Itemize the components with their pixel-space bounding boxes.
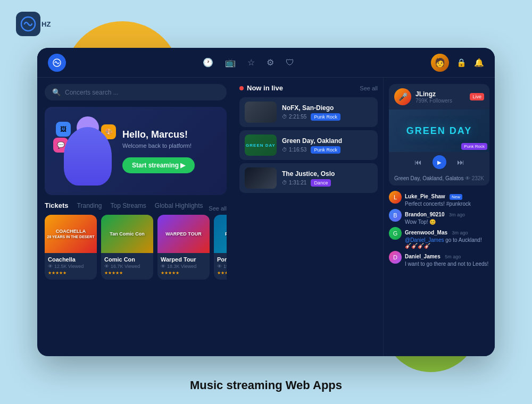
floating-icon-1: 🖼 [56, 122, 71, 137]
ticket-info-portfolio: Portfolio Day 👁 19.5K Viewed ★★★★★ [214, 253, 227, 280]
ticket-views-comiccon: 👁 16.7K Viewed [104, 264, 150, 269]
hero-figure-body [64, 127, 112, 186]
nav-settings-icon[interactable]: ⚙ [267, 57, 274, 68]
ticket-img-portfolio: Portfolio Day [214, 215, 227, 253]
nav-avatar[interactable]: 🧑 [431, 54, 449, 72]
chat-message-3: D Daniel_James 5m ago I want to go there… [389, 251, 489, 267]
app-container: 🕐 📺 ☆ ⚙ 🛡 🧑 🔒 🔔 🔍 Concerts search ... 🖼 [37, 48, 495, 356]
ticket-card-comiccon[interactable]: Tan Comic Con Comic Con 👁 16.7K Viewed ★… [101, 215, 153, 280]
live-info-justice: The Justice, Oslo ⏱ 1:31:21 Dance [282, 170, 372, 187]
hero-subtitle: Welcome back to platform! [122, 142, 218, 149]
stream-preview: GREEN DAY Punk Rock [389, 110, 489, 152]
ticket-card-warped[interactable]: WARPED TOUR Warped Tour 👁 18.3K Viewed ★… [157, 215, 210, 280]
tickets-see-all[interactable]: See all [209, 205, 227, 212]
ticket-warped-text: WARPED TOUR [163, 229, 203, 239]
stream-preview-text: GREEN DAY [406, 125, 472, 137]
views-icon: 👁 [48, 264, 53, 269]
ticket-info-coachella: Coachella 👁 12.5K Viewed ★★★★★ [45, 253, 97, 280]
ticket-card-portfolio[interactable]: Portfolio Day Portfolio Day 👁 19.5K View… [214, 215, 227, 280]
stream-title: Green Day, Oakland, Galatos [394, 175, 463, 181]
nav-tv-icon[interactable]: 📺 [225, 57, 236, 68]
search-bar[interactable]: 🔍 Concerts search ... [45, 84, 227, 100]
chat-text-0: Perfect concerts! #punkrock [405, 201, 489, 207]
live-item-nofx[interactable]: NoFX, San-Diego ⏱ 2:21:55 Punk Rock [239, 97, 378, 127]
chat-message-0: L Luke_Pie_Shaw New Perfect concerts! #p… [389, 191, 489, 207]
chat-text-3: I want to go there and not to Leeds! [405, 261, 489, 267]
chat-content-0: Luke_Pie_Shaw New Perfect concerts! #pun… [405, 191, 489, 207]
streamer-live-badge: Live [470, 93, 484, 100]
nav-logo [48, 54, 66, 72]
live-item-justice[interactable]: The Justice, Oslo ⏱ 1:31:21 Dance [239, 163, 378, 193]
clock-icon: ⏱ [282, 114, 287, 120]
live-dot [239, 86, 244, 90]
chat-content-2: Greenwood_Mas 3m ago @Daniel_James go to… [405, 227, 489, 249]
live-time-justice: ⏱ 1:31:21 [282, 180, 306, 186]
streamer-avatar: 🎤 [394, 88, 411, 105]
chat-username-3: Daniel_James [405, 254, 440, 259]
live-badge-greenday: Punk Rock [311, 146, 340, 154]
chat-avatar-1: B [389, 209, 402, 222]
nav-lock-icon[interactable]: 🔒 [456, 58, 467, 68]
chat-avatar-2: G [389, 227, 402, 240]
ticket-name-coachella: Coachella [48, 256, 94, 263]
search-placeholder: Concerts search ... [65, 89, 119, 96]
hero-banner: 🖼 💬 🎨 Hello, Marcus! Welcome back to pla… [45, 107, 227, 195]
start-streaming-button[interactable]: Start streaming ▶ [122, 157, 195, 173]
main-content: 🔍 Concerts search ... 🖼 💬 🎨 Hello, Marcu… [37, 78, 495, 356]
ticket-name-comiccon: Comic Con [104, 256, 150, 263]
now-live-text: Now in live [247, 84, 283, 92]
tab-tickets[interactable]: Tickets [45, 201, 69, 209]
chat-username-2: Greenwood_Mas [405, 230, 447, 235]
now-live-header: Now in live See all [239, 84, 378, 92]
live-meta-nofx: ⏱ 2:21:55 Punk Rock [282, 113, 372, 121]
live-time-nofx: ⏱ 2:21:55 [282, 114, 306, 120]
clock-icon: ⏱ [282, 180, 287, 186]
search-icon: 🔍 [52, 88, 61, 96]
live-badge-nofx: Punk Rock [311, 113, 340, 121]
ticket-info-comiccon: Comic Con 👁 16.7K Viewed ★★★★★ [101, 253, 153, 280]
ticket-img-warped: WARPED TOUR [157, 215, 210, 253]
chat-message-2: G Greenwood_Mas 3m ago @Daniel_James go … [389, 227, 489, 249]
live-see-all[interactable]: See all [360, 85, 378, 91]
live-info-nofx: NoFX, San-Diego ⏱ 2:21:55 Punk Rock [282, 104, 372, 121]
nav-shield-icon[interactable]: 🛡 [286, 58, 294, 68]
chat-tag-2: @Daniel_James [405, 237, 444, 243]
ticket-stars-warped: ★★★★★ [161, 271, 206, 275]
tab-trending[interactable]: Tranding [77, 202, 102, 209]
ticket-card-coachella[interactable]: COACHELLA28 YEARS IN THE DESERT Coachell… [45, 215, 97, 280]
streamer-header: 🎤 JLingz 799K Followers Live [389, 84, 489, 110]
right-panel: 🎤 JLingz 799K Followers Live GREEN DAY P… [383, 78, 495, 356]
logo-hz-text: HZ [41, 20, 51, 28]
player-controls: ⏮ ▶ ⏭ [389, 152, 489, 172]
nav-bell-icon[interactable]: 🔔 [474, 58, 484, 68]
live-name-justice: The Justice, Oslo [282, 170, 372, 178]
tab-global[interactable]: Global Highlights [155, 202, 203, 209]
stream-overlay-badge: Punk Rock [461, 143, 487, 150]
ticket-stars-comiccon: ★★★★★ [104, 271, 150, 275]
nav-clock-icon[interactable]: 🕐 [203, 57, 213, 68]
ticket-coachella-text: COACHELLA28 YEARS IN THE DESERT [45, 226, 97, 241]
live-thumb-justice [245, 167, 277, 189]
chat-content-3: Daniel_James 5m ago I want to go there a… [405, 251, 489, 267]
tab-top-streams[interactable]: Top Streams [111, 202, 146, 209]
play-button[interactable]: ▶ [433, 155, 446, 169]
live-badge-justice: Dance [311, 179, 331, 187]
now-live-title: Now in live [239, 84, 283, 92]
logo-wrap: HZ [16, 12, 51, 36]
skip-forward-button[interactable]: ⏭ [457, 158, 464, 166]
streamer-followers: 799K Followers [415, 98, 466, 104]
center-panel: Now in live See all NoFX, San-Diego ⏱ 2:… [234, 78, 383, 356]
chat-time-1: 3m ago [449, 212, 465, 217]
live-meta-greenday: ⏱ 1:16:53 Punk Rock [282, 146, 372, 154]
nav-star-icon[interactable]: ☆ [247, 57, 255, 68]
live-meta-justice: ⏱ 1:31:21 Dance [282, 179, 372, 187]
top-nav: 🕐 📺 ☆ ⚙ 🛡 🧑 🔒 🔔 [37, 48, 495, 78]
chat-time-2: 3m ago [452, 230, 468, 235]
live-item-greenday[interactable]: GREEN DAY Green Day, Oakland ⏱ 1:16:53 P… [239, 130, 378, 160]
hero-3d-graphic: 🖼 💬 🎨 [53, 116, 122, 186]
nav-icons: 🕐 📺 ☆ ⚙ 🛡 [82, 57, 415, 68]
chat-username-0: Luke_Pie_Shaw [405, 193, 445, 199]
skip-back-button[interactable]: ⏮ [414, 158, 422, 166]
chat-content-1: Brandon_90210 3m ago Wow Top! 😊 [405, 209, 489, 225]
chat-avatar-3: D [389, 251, 402, 264]
